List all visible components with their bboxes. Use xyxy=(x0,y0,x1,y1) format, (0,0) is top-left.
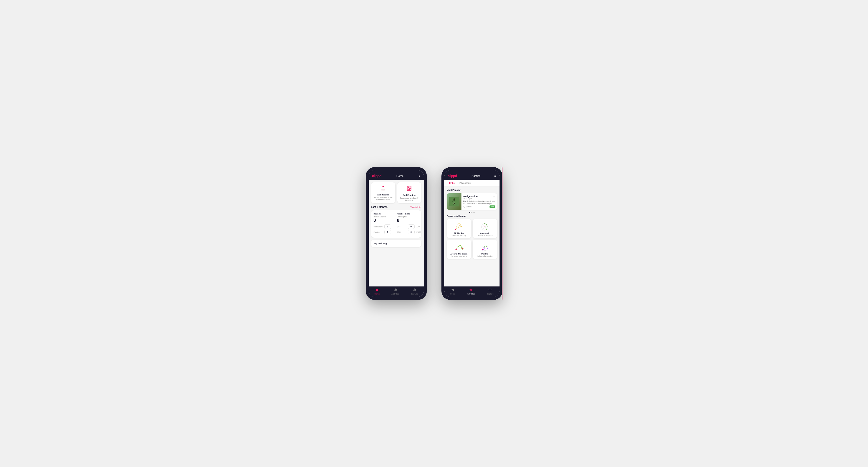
putting-icon-area xyxy=(479,242,491,252)
carousel-dots xyxy=(447,212,497,213)
svg-point-48 xyxy=(485,247,485,248)
home-icon-2 xyxy=(451,288,454,292)
skill-around-green[interactable]: Around The Green Hone your short game xyxy=(447,240,471,259)
ott-value: 0 xyxy=(408,224,414,229)
svg-point-38 xyxy=(455,249,457,250)
add-round-card[interactable]: Add Round Record your shots in fast or e… xyxy=(371,182,395,203)
drill-image xyxy=(447,193,461,210)
svg-point-27 xyxy=(461,226,462,227)
atg-icon-area xyxy=(453,242,465,252)
svg-point-47 xyxy=(485,246,485,247)
svg-line-37 xyxy=(485,225,486,226)
nav-home-label: Home xyxy=(375,293,380,295)
status-bar xyxy=(369,170,424,172)
tab-drills[interactable]: Drills xyxy=(447,180,457,186)
drill-subtitle: 50–100 yds xyxy=(463,198,478,199)
menu-icon-2[interactable]: ≡ xyxy=(494,174,496,178)
svg-point-40 xyxy=(460,245,461,246)
skill-putting[interactable]: Putting Make and lag practice xyxy=(473,240,497,259)
svg-point-49 xyxy=(486,246,487,247)
practice-tabs: Drills Favourites xyxy=(444,180,499,186)
nav2-capture-label: Capture xyxy=(487,293,493,295)
logo-2: clippd xyxy=(448,174,457,178)
svg-marker-3 xyxy=(382,185,384,187)
nav2-home-label: Home xyxy=(450,293,455,295)
nav-title-practice: Practice xyxy=(471,175,480,177)
nav2-capture[interactable]: Capture xyxy=(487,288,493,295)
practice-drills-title: Practice Drills xyxy=(397,213,424,215)
skill-off-the-tee[interactable]: Off The Tee Power and accuracy xyxy=(447,219,471,238)
dot-2 xyxy=(471,212,472,213)
nav-home[interactable]: Home xyxy=(375,288,380,295)
drill-shots: 9 shots xyxy=(463,206,472,208)
drills-capture-label: Drills Capture xyxy=(397,216,424,218)
off-tee-desc: Power and accuracy xyxy=(452,235,466,236)
nav-activities[interactable]: Activities xyxy=(392,288,399,295)
drill-footer: 9 shots APP xyxy=(463,206,495,208)
svg-point-33 xyxy=(487,226,488,227)
svg-point-34 xyxy=(486,229,487,230)
stats-grid: Rounds Rounds Capture 0 Tournament 0 Pra… xyxy=(374,213,419,235)
status-bar-2 xyxy=(444,170,499,172)
drill-desc: Play 1 shot at each target yardage. If y… xyxy=(463,200,495,205)
arg-row: ARG 0 PUTT 4 xyxy=(397,230,424,234)
nav-capture[interactable]: Capture xyxy=(411,288,418,295)
last3months-header: Last 3 Months View Activity xyxy=(371,206,422,208)
approach-desc: Dial-in to hit the green xyxy=(477,235,493,236)
rounds-value: 0 xyxy=(374,218,391,223)
svg-point-39 xyxy=(458,246,459,247)
ott-label: OTT xyxy=(397,226,407,228)
svg-point-32 xyxy=(486,224,487,225)
off-tee-name: Off The Tee xyxy=(454,232,464,234)
nav-activities-label: Activities xyxy=(392,293,399,295)
home-icon xyxy=(375,288,379,292)
drills-value: 8 xyxy=(397,218,424,223)
drill-badge: APP xyxy=(490,206,495,208)
home-content: Add Round Record your shots in fast or e… xyxy=(369,180,424,286)
svg-point-17 xyxy=(454,198,455,200)
bottom-nav-home: Home Activities xyxy=(369,286,424,297)
last3months-title: Last 3 Months xyxy=(371,206,388,208)
add-round-title: Add Round xyxy=(377,193,389,196)
svg-line-19 xyxy=(453,200,455,201)
nav2-activities[interactable]: Activities xyxy=(467,288,475,295)
quick-actions: Add Round Record your shots in fast or e… xyxy=(371,182,422,203)
drill-card-wedge[interactable]: Wedge Ladder 50–100 yds ☆ Play 1 shot at… xyxy=(447,193,497,210)
nav2-home[interactable]: Home xyxy=(450,288,455,295)
activities-icon-2 xyxy=(469,288,473,292)
view-activity-link[interactable]: View Activity xyxy=(410,206,421,208)
practice-col: Practice Drills Drills Capture 8 OTT 0 A… xyxy=(397,213,424,235)
rounds-col-title: Rounds xyxy=(374,213,391,215)
phone-home: clippd Home ≡ Add Round Re xyxy=(366,167,427,300)
add-round-icon xyxy=(380,185,386,192)
skill-approach[interactable]: Approach Dial-in to hit the green xyxy=(473,219,497,238)
app-label: APP xyxy=(416,226,424,228)
capture-icon-2 xyxy=(488,288,492,292)
putt-label: PUTT xyxy=(416,231,424,233)
menu-icon[interactable]: ≡ xyxy=(418,174,420,178)
nav-capture-label: Capture xyxy=(411,293,418,295)
svg-point-35 xyxy=(485,226,485,227)
arg-label: ARG xyxy=(397,231,407,233)
tab-favourites[interactable]: Favourites xyxy=(457,180,473,186)
svg-point-11 xyxy=(395,290,396,290)
phone-practice: clippd Practice ≡ Drills Favourites Most… xyxy=(441,167,502,300)
skill-grid: Off The Tee Power and accuracy xyxy=(447,219,497,259)
svg-point-26 xyxy=(460,224,461,225)
add-practice-desc: Capture your practice off-the-course xyxy=(399,197,420,201)
explore-title: Explore skill areas xyxy=(447,215,497,217)
my-golf-bag[interactable]: My Golf Bag › xyxy=(371,240,422,247)
add-practice-card[interactable]: Add Practice Capture your practice off-t… xyxy=(397,182,422,203)
nav-title-home: Home xyxy=(396,175,403,177)
nav-bar-home: clippd Home ≡ xyxy=(369,172,424,180)
svg-point-52 xyxy=(470,290,471,290)
drill-name: Wedge Ladder xyxy=(463,195,478,198)
tournament-label: Tournament xyxy=(374,226,383,228)
activities-icon xyxy=(394,288,397,292)
practice-value: 0 xyxy=(384,230,391,234)
favourite-icon[interactable]: ☆ xyxy=(493,195,495,198)
dot-1 xyxy=(469,212,470,213)
rounds-capture-label: Rounds Capture xyxy=(374,216,391,218)
svg-point-41 xyxy=(461,247,462,248)
ott-row: OTT 0 APP 4 xyxy=(397,224,424,229)
